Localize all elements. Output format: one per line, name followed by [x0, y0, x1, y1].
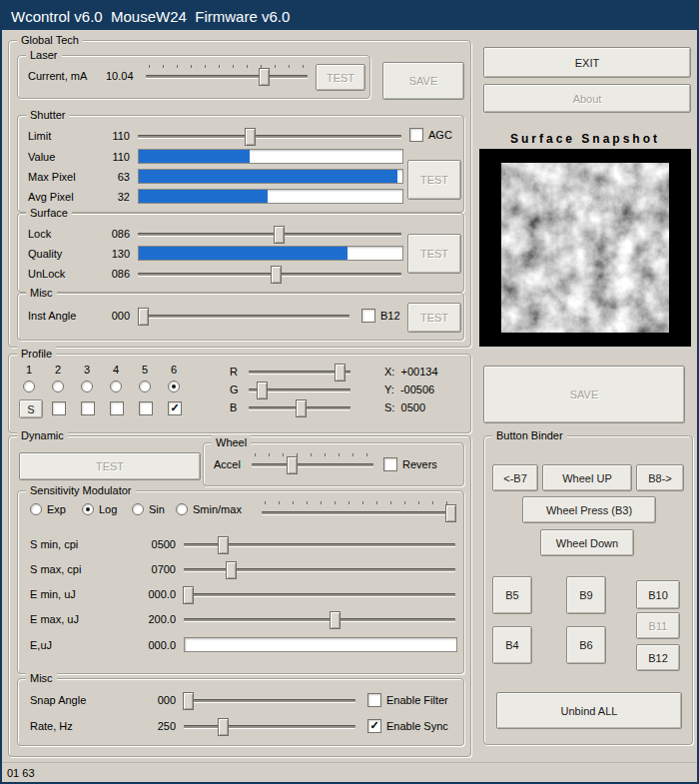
profile-s-button[interactable]: S [19, 399, 43, 418]
enable-sync-checkbox[interactable]: Enable Sync [367, 719, 448, 733]
b9-button[interactable]: B9 [566, 576, 606, 614]
shutter-limit-slider-thumb[interactable] [245, 128, 256, 146]
profile-slot-1-radio[interactable] [23, 381, 35, 392]
snap-angle-slider[interactable] [184, 691, 355, 709]
mode-exp-radio[interactable]: Exp [30, 503, 66, 515]
red-slider[interactable] [249, 363, 350, 381]
emin-slider-track[interactable] [184, 593, 455, 596]
inst-angle-slider-thumb[interactable] [138, 308, 149, 326]
shutter-test-button[interactable]: TEST [407, 160, 461, 200]
shutter-limit-slider-track[interactable] [138, 135, 401, 138]
surface-group: Surface Lock 086 Quality 130 UnLock 086 … [17, 213, 464, 293]
mode-exp-radio-label: Exp [47, 503, 66, 515]
inst-angle-slider[interactable] [138, 307, 350, 325]
laser-current-slider[interactable] [146, 67, 308, 85]
mode-sin-radio[interactable]: Sin [132, 503, 165, 515]
emin-slider[interactable] [184, 585, 455, 603]
emax-slider-thumb[interactable] [330, 611, 341, 629]
accel-label: Accel [214, 457, 241, 471]
profile-slot-4-radio[interactable] [110, 381, 122, 392]
wheel-down-button[interactable]: Wheel Down [540, 529, 634, 556]
mode-slider-thumb[interactable] [445, 504, 456, 522]
snap-angle-slider-thumb[interactable] [183, 692, 194, 710]
blue-slider-thumb[interactable] [296, 399, 307, 417]
profile-slot-3-checkbox[interactable] [81, 401, 95, 415]
smax-slider-thumb[interactable] [226, 561, 237, 579]
accel-slider-thumb[interactable] [287, 456, 298, 474]
laser-current-label: Current, mA [28, 69, 87, 83]
enable-filter-checkbox-label: Enable Filter [386, 694, 448, 706]
surface-unlock-slider-thumb[interactable] [271, 266, 282, 284]
unbind-all-button[interactable]: Unbind ALL [496, 692, 682, 729]
misc-test-button[interactable]: TEST [407, 303, 461, 333]
agc-checkbox[interactable]: AGC [409, 128, 452, 142]
b12-button[interactable]: B12 [636, 644, 680, 671]
window-title: Wcontrol v6.0 MouseW24 Firmware v6.0 [2, 8, 290, 25]
surface-lock-slider[interactable] [138, 225, 401, 243]
surface-unlock-slider-track[interactable] [138, 273, 401, 276]
blue-slider[interactable] [249, 398, 350, 416]
emax-slider-track[interactable] [184, 618, 455, 621]
b5-button[interactable]: B5 [492, 576, 532, 614]
shutter-limit-slider[interactable] [138, 127, 401, 145]
smin-slider-thumb[interactable] [218, 536, 229, 554]
profile-slot-5-checkbox[interactable] [139, 401, 153, 415]
red-slider-thumb[interactable] [335, 364, 346, 382]
emax-slider[interactable] [184, 610, 455, 628]
button-binder-group-label: Button Binder [492, 428, 567, 442]
global-tech-group: Global Tech Laser Current, mA 10.04 TEST… [8, 40, 471, 348]
rate-slider-track[interactable] [184, 725, 355, 728]
mode-sminmax-radio[interactable]: Smin/max [176, 503, 242, 515]
surface-unlock-slider[interactable] [138, 265, 401, 283]
smax-slider[interactable] [184, 560, 455, 578]
revers-checkbox[interactable]: Revers [383, 457, 437, 471]
profile-slot-6-radio[interactable] [168, 381, 180, 392]
profile-slot-4-checkbox[interactable] [110, 401, 124, 415]
accel-slider-track[interactable] [252, 463, 373, 466]
inst-angle-slider-track[interactable] [138, 315, 350, 318]
shutter-limit-value: 110 [88, 129, 130, 143]
wheel-press-button[interactable]: Wheel Press (B3) [522, 496, 656, 523]
emin-value: 000.0 [132, 587, 176, 601]
b8-button[interactable]: B8-> [636, 464, 684, 491]
enable-filter-checkbox[interactable]: Enable Filter [367, 693, 448, 707]
mode-log-radio[interactable]: Log [82, 503, 117, 515]
mode-slider[interactable] [262, 503, 455, 521]
surface-test-button[interactable]: TEST [407, 234, 461, 274]
smax-slider-track[interactable] [184, 568, 455, 571]
b7-button[interactable]: <-B7 [492, 464, 538, 491]
surface-lock-slider-thumb[interactable] [274, 226, 285, 244]
accel-slider[interactable] [252, 455, 373, 473]
green-slider[interactable] [249, 381, 350, 398]
about-button[interactable]: About [483, 84, 691, 113]
rate-slider[interactable] [184, 717, 355, 735]
emin-slider-thumb[interactable] [183, 586, 194, 604]
rate-slider-thumb[interactable] [218, 718, 229, 736]
snap-angle-label: Snap Angle [30, 693, 86, 707]
profile-save-button[interactable]: SAVE [483, 366, 685, 423]
laser-test-button[interactable]: TEST [316, 64, 365, 91]
smin-slider[interactable] [184, 535, 455, 553]
profile-slot-2-radio[interactable] [52, 381, 64, 392]
profile-slot-6-checkbox[interactable] [168, 401, 182, 415]
wheel-up-button[interactable]: Wheel UP [542, 464, 632, 491]
b4-button[interactable]: B4 [492, 626, 532, 664]
global-save-button[interactable]: SAVE [382, 62, 464, 100]
profile-slot-3-radio[interactable] [81, 381, 93, 392]
b12-checkbox[interactable]: B12 [361, 309, 400, 323]
b10-button[interactable]: B10 [636, 580, 680, 609]
mode-sminmax-radio-label: Smin/max [193, 503, 242, 515]
green-slider-thumb[interactable] [257, 382, 268, 399]
b6-button[interactable]: B6 [566, 626, 606, 664]
profile-slot-5-radio[interactable] [139, 381, 151, 392]
b11-button[interactable]: B11 [636, 612, 680, 639]
snap-angle-slider-track[interactable] [184, 699, 355, 702]
dynamic-test-button[interactable]: TEST [19, 452, 201, 480]
laser-current-slider-thumb[interactable] [259, 68, 270, 86]
exit-button[interactable]: EXIT [483, 47, 691, 78]
surface-lock-slider-track[interactable] [138, 233, 401, 236]
profile-slot-2-checkbox[interactable] [52, 401, 66, 415]
laser-current-slider-track[interactable] [146, 75, 308, 78]
mode-slider-track[interactable] [262, 511, 455, 514]
coord-s-label: S: [384, 401, 394, 413]
